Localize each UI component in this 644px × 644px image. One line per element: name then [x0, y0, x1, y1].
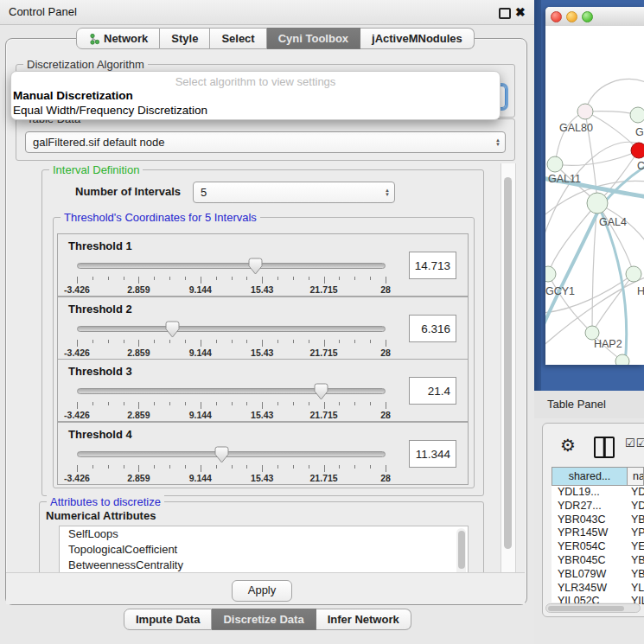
tab-select[interactable]: Select: [210, 28, 266, 49]
threshold-slider[interactable]: -3.4262.8599.14415.4321.71528: [77, 382, 386, 421]
table-cell: YER0: [628, 540, 644, 554]
network-node[interactable]: [577, 104, 593, 119]
tick-label: 2.859: [127, 348, 150, 358]
panel-scrollbar[interactable]: [501, 163, 516, 572]
slider-track[interactable]: [77, 263, 386, 269]
node-label: H: [637, 285, 644, 297]
tab-label: Select: [221, 29, 254, 48]
tick-label: 9.144: [189, 348, 212, 358]
network-node[interactable]: [547, 156, 563, 172]
threshold-slider[interactable]: -3.4262.8599.14415.4321.71528: [77, 257, 386, 296]
attributes-list[interactable]: SelfLoopsTopologicalCoefficientBetweenne…: [59, 526, 469, 574]
threshold-slider[interactable]: -3.4262.8599.14415.4321.71528: [77, 445, 386, 484]
popup-option-manual[interactable]: Manual Discretization: [13, 89, 133, 102]
tick-label: -3.426: [64, 284, 90, 295]
h-scrollbar-thumb[interactable]: [548, 606, 624, 611]
table-data-group: Table Data galFiltered.sif default node …: [16, 118, 515, 161]
close-traffic-light[interactable]: [551, 11, 562, 22]
table-header-row: shared...na: [552, 467, 644, 486]
top-tab-bar: NetworkStyleSelectCyni ToolboxjActiveMNo…: [76, 28, 475, 49]
checkbox-icons[interactable]: ☑☑: [625, 437, 644, 450]
threshold-value-field[interactable]: 14.713: [409, 252, 456, 279]
tab-impute-data[interactable]: Impute Data: [124, 609, 212, 630]
slider-thumb-handle[interactable]: [248, 258, 263, 275]
num-intervals-value: 5: [201, 186, 207, 199]
table-row[interactable]: YER054CYER0: [552, 540, 644, 554]
node-label: C: [637, 160, 644, 172]
panel-title: Control Panel: [9, 0, 77, 24]
tab-discretize-data[interactable]: Discretize Data: [212, 609, 316, 630]
slider-track[interactable]: [77, 388, 386, 394]
slider-thumb-handle[interactable]: [314, 383, 328, 400]
tab-infer-network[interactable]: Infer Network: [316, 609, 411, 630]
table-row[interactable]: YLR345WYLR3: [552, 582, 644, 596]
table-row[interactable]: YBL079WYBL0: [552, 568, 644, 582]
apply-button[interactable]: Apply: [232, 580, 292, 602]
threshold-value-field[interactable]: 21.4: [409, 377, 456, 405]
slider-thumb-handle[interactable]: [214, 446, 229, 463]
network-node[interactable]: [545, 266, 556, 282]
tab-label: Style: [171, 29, 198, 48]
table-cell: YDL19...: [552, 486, 628, 500]
network-canvas[interactable]: GAL80GCGAL11GAL4GCY1HHAP2: [545, 26, 644, 365]
tick-label: 28: [380, 410, 391, 420]
network-window-titlebar[interactable]: [545, 7, 644, 27]
columns-icon[interactable]: [594, 437, 615, 458]
combo-stepper-icon: ▲▼: [495, 138, 501, 147]
network-node[interactable]: [587, 193, 608, 214]
tick-label: -3.426: [64, 473, 90, 483]
threshold-value-field[interactable]: 6.316: [409, 315, 456, 342]
tab-style[interactable]: Style: [160, 28, 210, 49]
attribute-item-topologicalcoefficient[interactable]: TopologicalCoefficient: [60, 542, 468, 558]
network-icon: [88, 33, 99, 45]
table-h-scrollbar[interactable]: [545, 603, 641, 613]
tick-label: 28: [380, 284, 391, 295]
network-node[interactable]: [630, 107, 644, 123]
network-node[interactable]: [631, 143, 644, 158]
slider-ticks: [77, 340, 386, 348]
slider-track[interactable]: [77, 451, 386, 457]
table-row[interactable]: YBR043CYBR0: [552, 513, 644, 527]
tab-label: Impute Data: [136, 609, 200, 629]
node-label: G: [635, 126, 644, 138]
attributes-group-title: Attributes to discretize: [47, 495, 164, 508]
popup-option-equal-width[interactable]: Equal Width/Frequency Discretization: [13, 104, 207, 117]
threshold-label: Threshold 2: [68, 303, 132, 316]
network-node[interactable]: [626, 266, 641, 282]
table-row[interactable]: YPR145WYPR1: [552, 526, 644, 540]
attribute-item-betweennesscentrality[interactable]: BetweennessCentrality: [60, 558, 468, 573]
gear-icon[interactable]: ⚙: [560, 434, 576, 456]
tick-label: 21.715: [310, 284, 338, 295]
num-intervals-label: Number of Intervals: [75, 185, 181, 198]
tab-label: Cyni Toolbox: [278, 29, 348, 48]
tick-label: 9.144: [189, 473, 212, 483]
threshold-row-3: Threshold 3-3.4262.8599.14415.4321.71528…: [57, 359, 469, 422]
slider-thumb-handle[interactable]: [165, 321, 180, 338]
thresholds-group-title: Threshold's Coordinates for 5 Intervals: [61, 211, 260, 224]
zoom-traffic-light[interactable]: [582, 11, 593, 22]
minimize-traffic-light[interactable]: [566, 11, 577, 22]
threshold-row-4: Threshold 4-3.4262.8599.14415.4321.71528…: [57, 422, 469, 485]
attribute-item-selfloops[interactable]: SelfLoops: [60, 526, 468, 542]
float-window-icon[interactable]: [499, 8, 511, 19]
table-row[interactable]: YDL19...YDL1: [552, 486, 644, 500]
table-cell: YPR145W: [552, 526, 628, 540]
table-data-combo[interactable]: galFiltered.sif default node ▲▼: [25, 131, 506, 153]
tab-cyni-toolbox[interactable]: Cyni Toolbox: [267, 28, 360, 49]
tab-network[interactable]: Network: [76, 28, 160, 49]
scrollbar-thumb[interactable]: [504, 177, 512, 549]
attributes-scrollbar[interactable]: [456, 528, 466, 574]
threshold-slider[interactable]: -3.4262.8599.14415.4321.71528: [77, 320, 386, 359]
column-header-1[interactable]: na: [628, 467, 644, 486]
column-header-0[interactable]: shared...: [552, 467, 628, 486]
tab-jactivemnodules[interactable]: jActiveMNodules: [360, 28, 475, 49]
close-icon[interactable]: ✖: [515, 0, 526, 24]
table-row[interactable]: YBR045CYBR0: [552, 554, 644, 568]
slider-track[interactable]: [77, 326, 386, 332]
num-intervals-combo[interactable]: 5 ▲▼: [193, 182, 395, 203]
table-row[interactable]: YDR27...YDR2: [552, 500, 644, 513]
node-table: shared...na YDL19...YDL1YDR27...YDR2YBR0…: [552, 467, 644, 603]
network-node[interactable]: [615, 354, 629, 365]
threshold-row-2: Threshold 2-3.4262.8599.14415.4321.71528…: [57, 296, 469, 360]
threshold-value-field[interactable]: 11.344: [409, 440, 456, 468]
